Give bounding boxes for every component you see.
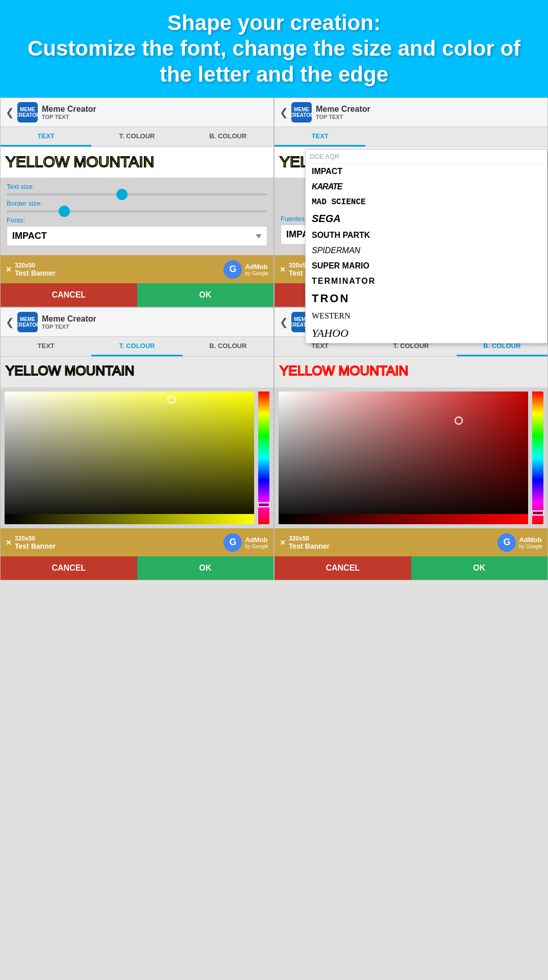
app-icon: MEMECREATOR [17,102,38,122]
ad-brand-block: AdMob by Google [245,263,268,276]
preview-text-top-left: YELLOW MOUNTAIN [6,153,154,170]
tabs-row: TEXT T. COLOUR B. COLOUR [1,127,273,147]
app-icon-text-bl: MEMECREATOR [15,316,40,328]
cancel-button-bottom-right[interactable]: CANCEL [275,556,411,580]
ad-close-icon-br[interactable]: ✕ [280,538,286,547]
ad-brand-block-br: AdMob by Google [519,536,542,549]
color-preview-strip-right [279,514,528,524]
preview-text-bottom-left: YELLOW MOUNTAIN [6,363,134,378]
ad-mob-text: AdMob [245,263,268,271]
border-size-slider-thumb[interactable] [59,206,70,217]
tab-text[interactable]: TEXT [1,127,91,146]
ad-close-icon-bl[interactable]: ✕ [6,538,12,547]
ok-button-bottom-left[interactable]: OK [137,556,274,580]
preview-area-top-left: YELLOW MOUNTAIN [1,147,273,178]
ok-button-top-left[interactable]: OK [137,283,274,307]
dropdown-item-karate[interactable]: KARATE [306,179,547,194]
cancel-button-top-left[interactable]: CANCEL [1,283,137,307]
back-arrow-icon[interactable]: ❮ [6,106,14,118]
color-picker-area-left [1,387,273,528]
hue-bar-svg-left [258,391,269,524]
preview-area-bottom-right: YELLOW MOUNTAIN [275,357,547,387]
dropdown-item-supermario[interactable]: SUPER MARIO [306,258,547,274]
svg-rect-8 [532,512,543,514]
app-header-top-left: ❮ MEMECREATOR Meme Creator TOP TEXT [1,98,273,127]
dropdown-item-sega[interactable]: SEGA [306,210,547,228]
dropdown-item-southpark[interactable]: SOUTH PARTK [306,228,547,243]
tab-tcolour[interactable]: T. COLOUR [91,127,182,146]
tab-bcolour-bl[interactable]: B. COLOUR [183,337,273,356]
ad-mob-text-bl: AdMob [245,536,268,544]
font-selector-arrow-icon [256,234,262,238]
app-header-bottom-left: ❮ MEMECREATOR Meme Creator TOP TEXT [1,308,273,337]
dropdown-item-impact[interactable]: IMPACT [306,164,547,179]
ad-close-icon-right[interactable]: ✕ [280,265,286,274]
bottom-buttons-bottom-right: CANCEL OK [275,556,547,580]
ad-mob-text-br: AdMob [519,536,542,544]
text-size-slider-track[interactable] [7,193,267,195]
preview-area-bottom-left: YELLOW MOUNTAIN [1,357,273,387]
dropdown-search[interactable]: DCE AQR [306,150,547,164]
dropdown-item-yahoo[interactable]: YAHOO [306,324,547,343]
svg-rect-6 [279,391,528,524]
color-gradient-svg-right [279,391,528,524]
app-subtitle: TOP TEXT [42,114,96,120]
ad-size-bl: 320x50 [15,535,56,542]
bottom-buttons-top-left: CANCEL OK [1,283,273,307]
app-subtitle-bl: TOP TEXT [42,324,96,330]
ad-banner-bottom-right: ✕ 320x50 Test Banner G AdMob by Google [275,528,547,556]
ad-logo-br: G AdMob by Google [497,533,542,552]
header-title: Shape your creation: [15,10,533,36]
ad-test-label: Test Banner [15,269,56,277]
color-gradient-svg-left [5,391,254,524]
back-arrow-icon-right[interactable]: ❮ [280,106,288,118]
panel-top-left: ❮ MEMECREATOR Meme Creator TOP TEXT TEXT… [0,97,274,307]
text-size-control: Text size: [7,183,267,195]
text-size-slider-thumb[interactable] [116,189,128,200]
dropdown-item-terminator[interactable]: TERMINATOR [306,274,547,289]
ad-logo: G AdMob by Google [223,260,268,279]
back-arrow-icon-bl[interactable]: ❮ [6,316,14,328]
border-size-slider-track[interactable] [7,210,267,212]
dropdown-item-spiderman[interactable]: SPIDERMAN [306,243,547,258]
color-picker-canvas-right[interactable] [279,391,543,524]
ad-logo-g-bl: G [223,533,242,552]
ok-button-bottom-right[interactable]: OK [411,556,548,580]
app-icon-text-right: MEMECREATOR [289,107,314,118]
color-cursor-left [167,396,176,404]
app-title-block-bl: Meme Creator TOP TEXT [42,314,96,330]
bottom-buttons-bottom-left: CANCEL OK [1,556,273,580]
ad-close-icon[interactable]: ✕ [6,265,12,274]
tab-bcolour-right[interactable] [457,127,547,146]
header-banner: Shape your creation: Customize the font,… [0,0,548,97]
ad-banner-top-left: ✕ 320x50 Test Banner G AdMob by Google [1,255,273,283]
ad-text-block-bl: 320x50 Test Banner [15,535,56,550]
dropdown-item-madscience[interactable]: MAD SCIENCE [306,194,547,210]
color-picker-canvas-left[interactable] [5,391,269,524]
tab-text-bl[interactable]: TEXT [1,337,91,356]
back-arrow-icon-br[interactable]: ❮ [280,316,288,328]
preview-text-bottom-right: YELLOW MOUNTAIN [280,363,408,378]
tab-bcolour[interactable]: B. COLOUR [183,127,273,146]
header-subtitle: Customize the font, change the size and … [15,36,533,87]
cancel-button-bottom-left[interactable]: CANCEL [1,556,137,580]
hue-bar-svg-right [532,391,543,524]
ad-text-block: 320x50 Test Banner [15,262,56,277]
tabs-row-bl: TEXT T. COLOUR B. COLOUR [1,337,273,357]
svg-rect-3 [258,504,269,506]
dropdown-item-western[interactable]: WESTERN [306,308,547,324]
font-dropdown: DCE AQR IMPACT KARATE MAD SCIENCE SEGA S… [305,149,547,344]
ad-google-text-bl: by Google [245,544,268,549]
tab-text-right[interactable]: TEXT [275,127,365,146]
font-selector[interactable]: IMPACT [7,226,267,246]
ad-google-text-br: by Google [519,544,542,549]
ad-banner-bottom-left: ✕ 320x50 Test Banner G AdMob by Google [1,528,273,556]
color-preview-strip-left [5,514,254,524]
tabs-row-right: TEXT [275,127,547,147]
tab-tcolour-right[interactable] [365,127,456,146]
color-picker-area-right [275,387,547,528]
dropdown-item-tron[interactable]: TRON [306,289,547,308]
text-size-label: Text size: [7,183,267,190]
panel-top-right: ❮ MEMECREATOR Meme Creator TOP TEXT TEXT… [274,97,548,307]
tab-tcolour-bl[interactable]: T. COLOUR [91,337,182,356]
